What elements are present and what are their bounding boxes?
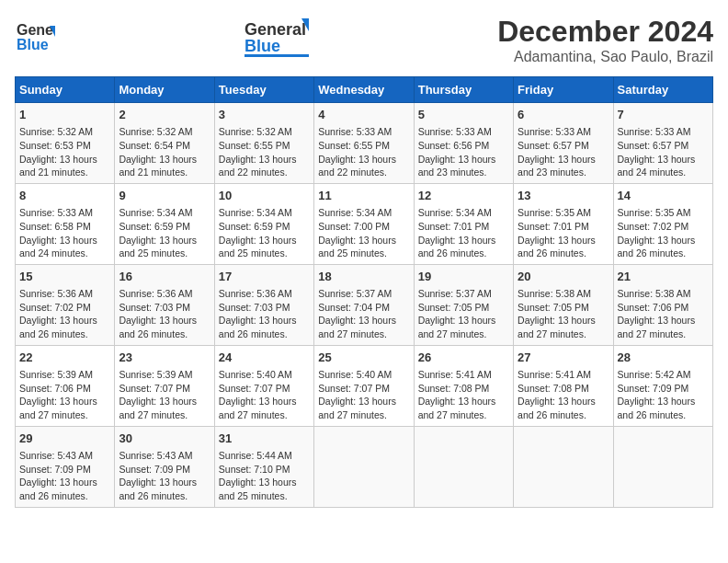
day-info: Sunrise: 5:41 AMSunset: 7:08 PMDaylight:… xyxy=(418,368,509,422)
calendar-day: 10 Sunrise: 5:34 AMSunset: 6:59 PMDaylig… xyxy=(214,183,313,264)
calendar-day: 8 Sunrise: 5:33 AMSunset: 6:58 PMDayligh… xyxy=(16,183,115,264)
day-info: Sunrise: 5:40 AMSunset: 7:07 PMDaylight:… xyxy=(219,368,310,422)
day-info: Sunrise: 5:40 AMSunset: 7:07 PMDaylight:… xyxy=(318,368,409,422)
day-number: 2 xyxy=(119,107,210,123)
generalblue-logo-svg: General Blue xyxy=(245,15,309,61)
day-info: Sunrise: 5:44 AMSunset: 7:10 PMDaylight:… xyxy=(219,449,310,503)
day-number: 4 xyxy=(318,107,409,123)
day-number: 10 xyxy=(219,188,310,204)
calendar-day: 2 Sunrise: 5:32 AMSunset: 6:54 PMDayligh… xyxy=(115,103,214,184)
svg-text:Blue: Blue xyxy=(245,37,280,55)
calendar-day: 15 Sunrise: 5:36 AMSunset: 7:02 PMDaylig… xyxy=(16,264,115,345)
day-number: 24 xyxy=(219,350,310,366)
day-number: 17 xyxy=(219,269,310,285)
calendar-table: SundayMondayTuesdayWednesdayThursdayFrid… xyxy=(15,76,713,508)
day-number: 15 xyxy=(19,269,110,285)
page-header: General Blue General Blue General Blue D… xyxy=(15,15,713,65)
day-info: Sunrise: 5:39 AMSunset: 7:07 PMDaylight:… xyxy=(119,368,210,422)
day-number: 16 xyxy=(119,269,210,285)
logo-full: General Blue xyxy=(245,15,309,61)
calendar-week-3: 22 Sunrise: 5:39 AMSunset: 7:06 PMDaylig… xyxy=(16,345,713,426)
day-number: 27 xyxy=(518,350,609,366)
logo-icon: General Blue xyxy=(15,15,55,55)
day-info: Sunrise: 5:41 AMSunset: 7:08 PMDaylight:… xyxy=(518,368,609,422)
day-number: 9 xyxy=(119,188,210,204)
calendar-day: 31 Sunrise: 5:44 AMSunset: 7:10 PMDaylig… xyxy=(214,426,313,507)
day-info: Sunrise: 5:36 AMSunset: 7:03 PMDaylight:… xyxy=(119,287,210,341)
day-number: 14 xyxy=(618,188,709,204)
day-number: 5 xyxy=(418,107,509,123)
day-number: 7 xyxy=(618,107,709,123)
day-info: Sunrise: 5:32 AMSunset: 6:53 PMDaylight:… xyxy=(19,125,110,179)
page-title: December 2024 xyxy=(497,15,713,49)
logo: General Blue General Blue xyxy=(15,15,55,55)
calendar-week-4: 29 Sunrise: 5:43 AMSunset: 7:09 PMDaylig… xyxy=(16,426,713,507)
day-number: 20 xyxy=(518,269,609,285)
calendar-day: 5 Sunrise: 5:33 AMSunset: 6:56 PMDayligh… xyxy=(414,103,513,184)
day-number: 22 xyxy=(19,350,110,366)
svg-text:General: General xyxy=(245,20,306,39)
day-info: Sunrise: 5:34 AMSunset: 6:59 PMDaylight:… xyxy=(119,206,210,260)
day-number: 19 xyxy=(418,269,509,285)
calendar-day: 18 Sunrise: 5:37 AMSunset: 7:04 PMDaylig… xyxy=(314,264,414,345)
day-number: 1 xyxy=(19,107,110,123)
day-info: Sunrise: 5:42 AMSunset: 7:09 PMDaylight:… xyxy=(618,368,709,422)
calendar-day: 30 Sunrise: 5:43 AMSunset: 7:09 PMDaylig… xyxy=(115,426,214,507)
day-number: 31 xyxy=(219,431,310,447)
calendar-day: 22 Sunrise: 5:39 AMSunset: 7:06 PMDaylig… xyxy=(16,345,115,426)
calendar-day: 16 Sunrise: 5:36 AMSunset: 7:03 PMDaylig… xyxy=(115,264,214,345)
calendar-day: 14 Sunrise: 5:35 AMSunset: 7:02 PMDaylig… xyxy=(613,183,712,264)
day-info: Sunrise: 5:33 AMSunset: 6:58 PMDaylight:… xyxy=(19,206,110,260)
calendar-day: 6 Sunrise: 5:33 AMSunset: 6:57 PMDayligh… xyxy=(514,103,613,184)
day-number: 21 xyxy=(618,269,709,285)
calendar-day: 20 Sunrise: 5:38 AMSunset: 7:05 PMDaylig… xyxy=(514,264,613,345)
day-header-wednesday: Wednesday xyxy=(314,77,414,103)
day-header-monday: Monday xyxy=(115,77,214,103)
calendar-day: 13 Sunrise: 5:35 AMSunset: 7:01 PMDaylig… xyxy=(514,183,613,264)
calendar-day: 26 Sunrise: 5:41 AMSunset: 7:08 PMDaylig… xyxy=(414,345,513,426)
calendar-day: 11 Sunrise: 5:34 AMSunset: 7:00 PMDaylig… xyxy=(314,183,414,264)
day-info: Sunrise: 5:34 AMSunset: 7:00 PMDaylight:… xyxy=(318,206,409,260)
calendar-week-0: 1 Sunrise: 5:32 AMSunset: 6:53 PMDayligh… xyxy=(16,103,713,184)
day-info: Sunrise: 5:36 AMSunset: 7:02 PMDaylight:… xyxy=(19,287,110,341)
day-info: Sunrise: 5:32 AMSunset: 6:54 PMDaylight:… xyxy=(119,125,210,179)
day-number: 13 xyxy=(518,188,609,204)
day-info: Sunrise: 5:43 AMSunset: 7:09 PMDaylight:… xyxy=(119,449,210,503)
day-number: 28 xyxy=(618,350,709,366)
day-number: 25 xyxy=(318,350,409,366)
calendar-header: SundayMondayTuesdayWednesdayThursdayFrid… xyxy=(16,77,713,103)
day-info: Sunrise: 5:32 AMSunset: 6:55 PMDaylight:… xyxy=(219,125,310,179)
calendar-day: 1 Sunrise: 5:32 AMSunset: 6:53 PMDayligh… xyxy=(16,103,115,184)
calendar-day: 29 Sunrise: 5:43 AMSunset: 7:09 PMDaylig… xyxy=(16,426,115,507)
calendar-day xyxy=(414,426,513,507)
day-info: Sunrise: 5:33 AMSunset: 6:57 PMDaylight:… xyxy=(518,125,609,179)
day-number: 8 xyxy=(19,188,110,204)
calendar-day: 19 Sunrise: 5:37 AMSunset: 7:05 PMDaylig… xyxy=(414,264,513,345)
day-info: Sunrise: 5:34 AMSunset: 7:01 PMDaylight:… xyxy=(418,206,509,260)
day-info: Sunrise: 5:33 AMSunset: 6:56 PMDaylight:… xyxy=(418,125,509,179)
calendar-day: 24 Sunrise: 5:40 AMSunset: 7:07 PMDaylig… xyxy=(214,345,313,426)
calendar-day: 12 Sunrise: 5:34 AMSunset: 7:01 PMDaylig… xyxy=(414,183,513,264)
calendar-day: 17 Sunrise: 5:36 AMSunset: 7:03 PMDaylig… xyxy=(214,264,313,345)
calendar-day xyxy=(613,426,712,507)
calendar-day: 27 Sunrise: 5:41 AMSunset: 7:08 PMDaylig… xyxy=(514,345,613,426)
day-number: 26 xyxy=(418,350,509,366)
day-info: Sunrise: 5:36 AMSunset: 7:03 PMDaylight:… xyxy=(219,287,310,341)
calendar-body: 1 Sunrise: 5:32 AMSunset: 6:53 PMDayligh… xyxy=(16,103,713,508)
day-number: 6 xyxy=(518,107,609,123)
day-number: 30 xyxy=(119,431,210,447)
day-info: Sunrise: 5:35 AMSunset: 7:02 PMDaylight:… xyxy=(618,206,709,260)
day-info: Sunrise: 5:38 AMSunset: 7:06 PMDaylight:… xyxy=(618,287,709,341)
day-info: Sunrise: 5:38 AMSunset: 7:05 PMDaylight:… xyxy=(518,287,609,341)
day-number: 23 xyxy=(119,350,210,366)
day-header-sunday: Sunday xyxy=(16,77,115,103)
calendar-day: 4 Sunrise: 5:33 AMSunset: 6:55 PMDayligh… xyxy=(314,103,414,184)
day-number: 18 xyxy=(318,269,409,285)
day-info: Sunrise: 5:35 AMSunset: 7:01 PMDaylight:… xyxy=(518,206,609,260)
day-info: Sunrise: 5:37 AMSunset: 7:05 PMDaylight:… xyxy=(418,287,509,341)
day-number: 3 xyxy=(219,107,310,123)
day-number: 11 xyxy=(318,188,409,204)
calendar-day: 25 Sunrise: 5:40 AMSunset: 7:07 PMDaylig… xyxy=(314,345,414,426)
svg-rect-6 xyxy=(245,54,309,57)
day-header-tuesday: Tuesday xyxy=(214,77,313,103)
